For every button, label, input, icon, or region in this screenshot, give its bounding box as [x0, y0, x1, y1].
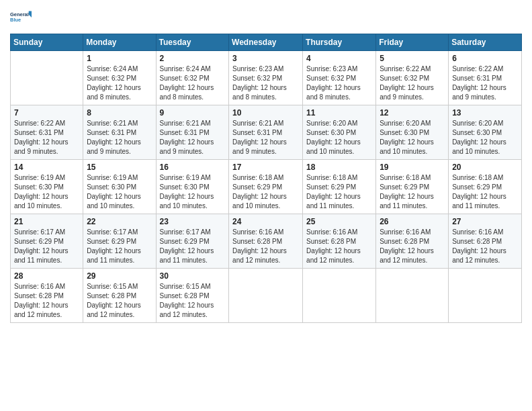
weekday-header-friday: Friday — [376, 34, 449, 51]
calendar-cell — [449, 269, 522, 323]
day-info: Sunrise: 6:18 AM Sunset: 6:29 PM Dayligh… — [380, 173, 445, 211]
weekday-header-row: SundayMondayTuesdayWednesdayThursdayFrid… — [11, 34, 522, 51]
day-number: 17 — [232, 163, 299, 172]
day-info: Sunrise: 6:17 AM Sunset: 6:29 PM Dayligh… — [87, 228, 152, 265]
day-info: Sunrise: 6:16 AM Sunset: 6:28 PM Dayligh… — [380, 228, 445, 265]
day-number: 6 — [452, 54, 518, 63]
calendar-cell: 10Sunrise: 6:21 AM Sunset: 6:31 PM Dayli… — [229, 105, 303, 160]
calendar-cell: 8Sunrise: 6:21 AM Sunset: 6:31 PM Daylig… — [83, 105, 156, 160]
page-header: General Blue — [10, 7, 522, 28]
day-number: 3 — [232, 54, 299, 63]
day-info: Sunrise: 6:15 AM Sunset: 6:28 PM Dayligh… — [160, 282, 226, 320]
day-number: 18 — [306, 163, 372, 172]
day-number: 23 — [160, 217, 226, 226]
svg-text:Blue: Blue — [10, 17, 21, 23]
day-info: Sunrise: 6:15 AM Sunset: 6:28 PM Dayligh… — [87, 282, 152, 320]
day-info: Sunrise: 6:16 AM Sunset: 6:28 PM Dayligh… — [306, 228, 372, 265]
calendar-cell: 11Sunrise: 6:20 AM Sunset: 6:30 PM Dayli… — [303, 105, 376, 160]
calendar-table: SundayMondayTuesdayWednesdayThursdayFrid… — [10, 34, 522, 323]
calendar-cell: 18Sunrise: 6:18 AM Sunset: 6:29 PM Dayli… — [303, 160, 376, 214]
day-number: 8 — [87, 108, 152, 118]
calendar-cell: 2Sunrise: 6:24 AM Sunset: 6:32 PM Daylig… — [156, 51, 229, 105]
day-number: 16 — [160, 163, 226, 172]
day-info: Sunrise: 6:19 AM Sunset: 6:30 PM Dayligh… — [14, 173, 79, 211]
calendar-cell: 3Sunrise: 6:23 AM Sunset: 6:32 PM Daylig… — [229, 51, 303, 105]
day-info: Sunrise: 6:18 AM Sunset: 6:29 PM Dayligh… — [306, 173, 372, 211]
day-info: Sunrise: 6:16 AM Sunset: 6:28 PM Dayligh… — [232, 228, 299, 265]
week-row-4: 21Sunrise: 6:17 AM Sunset: 6:29 PM Dayli… — [11, 214, 522, 269]
day-number: 29 — [87, 271, 152, 281]
day-info: Sunrise: 6:16 AM Sunset: 6:28 PM Dayligh… — [452, 228, 518, 265]
day-number: 15 — [87, 163, 152, 172]
logo: General Blue — [10, 7, 32, 28]
day-info: Sunrise: 6:24 AM Sunset: 6:32 PM Dayligh… — [87, 64, 152, 102]
svg-text:General: General — [10, 11, 29, 17]
day-info: Sunrise: 6:21 AM Sunset: 6:31 PM Dayligh… — [87, 119, 152, 156]
day-number: 28 — [14, 271, 79, 281]
calendar-cell: 15Sunrise: 6:19 AM Sunset: 6:30 PM Dayli… — [83, 160, 156, 214]
calendar-cell: 9Sunrise: 6:21 AM Sunset: 6:31 PM Daylig… — [156, 105, 229, 160]
day-number: 20 — [452, 163, 518, 172]
day-number: 26 — [380, 217, 445, 226]
calendar-cell: 25Sunrise: 6:16 AM Sunset: 6:28 PM Dayli… — [303, 214, 376, 269]
calendar-cell: 19Sunrise: 6:18 AM Sunset: 6:29 PM Dayli… — [376, 160, 449, 214]
day-info: Sunrise: 6:21 AM Sunset: 6:31 PM Dayligh… — [160, 119, 226, 156]
day-info: Sunrise: 6:23 AM Sunset: 6:32 PM Dayligh… — [232, 64, 299, 102]
calendar-cell: 16Sunrise: 6:19 AM Sunset: 6:30 PM Dayli… — [156, 160, 229, 214]
day-number: 1 — [87, 54, 152, 63]
day-info: Sunrise: 6:17 AM Sunset: 6:29 PM Dayligh… — [160, 228, 226, 265]
weekday-header-saturday: Saturday — [449, 34, 522, 51]
day-info: Sunrise: 6:18 AM Sunset: 6:29 PM Dayligh… — [232, 173, 299, 211]
calendar-cell: 13Sunrise: 6:20 AM Sunset: 6:30 PM Dayli… — [449, 105, 522, 160]
day-info: Sunrise: 6:16 AM Sunset: 6:28 PM Dayligh… — [14, 282, 79, 320]
calendar-cell: 20Sunrise: 6:18 AM Sunset: 6:29 PM Dayli… — [449, 160, 522, 214]
day-number: 25 — [306, 217, 372, 226]
day-number: 14 — [14, 163, 79, 172]
calendar-cell: 4Sunrise: 6:23 AM Sunset: 6:32 PM Daylig… — [303, 51, 376, 105]
calendar-cell: 22Sunrise: 6:17 AM Sunset: 6:29 PM Dayli… — [83, 214, 156, 269]
calendar-cell — [11, 51, 83, 105]
calendar-cell: 23Sunrise: 6:17 AM Sunset: 6:29 PM Dayli… — [156, 214, 229, 269]
day-number: 22 — [87, 217, 152, 226]
day-number: 2 — [160, 54, 226, 63]
weekday-header-thursday: Thursday — [303, 34, 376, 51]
calendar-cell: 21Sunrise: 6:17 AM Sunset: 6:29 PM Dayli… — [11, 214, 83, 269]
day-info: Sunrise: 6:21 AM Sunset: 6:31 PM Dayligh… — [232, 119, 299, 156]
calendar-cell: 14Sunrise: 6:19 AM Sunset: 6:30 PM Dayli… — [11, 160, 83, 214]
day-number: 10 — [232, 108, 299, 118]
day-info: Sunrise: 6:22 AM Sunset: 6:32 PM Dayligh… — [380, 64, 445, 102]
day-info: Sunrise: 6:19 AM Sunset: 6:30 PM Dayligh… — [87, 173, 152, 211]
svg-marker-2 — [29, 11, 32, 17]
day-info: Sunrise: 6:17 AM Sunset: 6:29 PM Dayligh… — [14, 228, 79, 265]
calendar-cell: 12Sunrise: 6:20 AM Sunset: 6:30 PM Dayli… — [376, 105, 449, 160]
day-number: 24 — [232, 217, 299, 226]
day-info: Sunrise: 6:19 AM Sunset: 6:30 PM Dayligh… — [160, 173, 226, 211]
calendar-body: 1Sunrise: 6:24 AM Sunset: 6:32 PM Daylig… — [11, 51, 522, 323]
calendar-cell — [229, 269, 303, 323]
calendar-cell: 29Sunrise: 6:15 AM Sunset: 6:28 PM Dayli… — [83, 269, 156, 323]
weekday-header-sunday: Sunday — [11, 34, 83, 51]
day-number: 13 — [452, 108, 518, 118]
week-row-3: 14Sunrise: 6:19 AM Sunset: 6:30 PM Dayli… — [11, 160, 522, 214]
day-number: 27 — [452, 217, 518, 226]
weekday-header-monday: Monday — [83, 34, 156, 51]
week-row-1: 1Sunrise: 6:24 AM Sunset: 6:32 PM Daylig… — [11, 51, 522, 105]
day-number: 12 — [380, 108, 445, 118]
day-info: Sunrise: 6:23 AM Sunset: 6:32 PM Dayligh… — [306, 64, 372, 102]
day-number: 7 — [14, 108, 79, 118]
calendar-cell: 7Sunrise: 6:22 AM Sunset: 6:31 PM Daylig… — [11, 105, 83, 160]
calendar-cell: 17Sunrise: 6:18 AM Sunset: 6:29 PM Dayli… — [229, 160, 303, 214]
day-info: Sunrise: 6:18 AM Sunset: 6:29 PM Dayligh… — [452, 173, 518, 211]
weekday-header-wednesday: Wednesday — [229, 34, 303, 51]
calendar-cell — [303, 269, 376, 323]
day-number: 21 — [14, 217, 79, 226]
calendar-cell: 5Sunrise: 6:22 AM Sunset: 6:32 PM Daylig… — [376, 51, 449, 105]
weekday-header-tuesday: Tuesday — [156, 34, 229, 51]
day-number: 11 — [306, 108, 372, 118]
day-number: 9 — [160, 108, 226, 118]
day-number: 5 — [380, 54, 445, 63]
day-info: Sunrise: 6:22 AM Sunset: 6:31 PM Dayligh… — [452, 64, 518, 102]
week-row-5: 28Sunrise: 6:16 AM Sunset: 6:28 PM Dayli… — [11, 269, 522, 323]
calendar-cell: 24Sunrise: 6:16 AM Sunset: 6:28 PM Dayli… — [229, 214, 303, 269]
calendar-cell: 27Sunrise: 6:16 AM Sunset: 6:28 PM Dayli… — [449, 214, 522, 269]
